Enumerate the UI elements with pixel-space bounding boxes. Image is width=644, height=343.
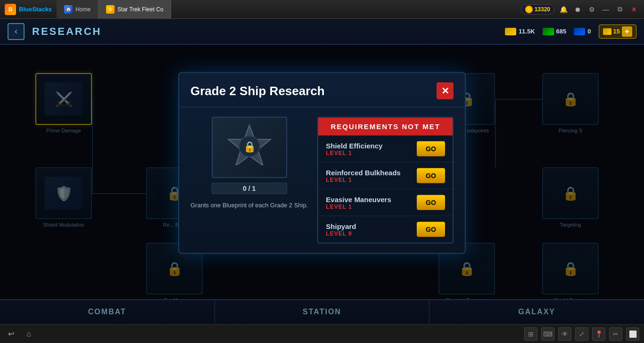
tab-galaxy-label: GALAXY bbox=[518, 308, 555, 316]
premium-plus-button[interactable]: + bbox=[622, 26, 632, 37]
taskbar-square-icon[interactable]: ⬜ bbox=[626, 327, 639, 341]
resource-blue-icon bbox=[574, 28, 585, 35]
premium-value: 15 bbox=[613, 28, 620, 35]
notification-btn[interactable]: 🔔 bbox=[558, 4, 569, 15]
modal-body: 🔒 0 / 1 Grants one Blueprint of each Gra… bbox=[179, 107, 465, 253]
research-grid: ⚔️ Prime Damage 🛡️ Shield Modulation 🔒 R… bbox=[0, 45, 644, 299]
close-btn[interactable]: ✕ bbox=[629, 4, 639, 15]
resource-green-value: 685 bbox=[556, 28, 567, 35]
research-header: ‹ RESEARCH 11.5K 685 0 15 + bbox=[0, 19, 644, 45]
settings-btn[interactable]: ⚙ bbox=[586, 4, 597, 15]
bs-text: BlueStacks bbox=[19, 6, 52, 13]
req-info-1: Reinforced Bulkheads LEVEL 1 bbox=[326, 168, 400, 183]
bottom-tabs: COMBAT STATION GALAXY bbox=[0, 299, 644, 324]
go-button-3[interactable]: GO bbox=[417, 222, 445, 237]
modal-header: Grade 2 Ship Research ✕ bbox=[179, 73, 465, 107]
bluestacks-logo: B BlueStacks bbox=[0, 4, 57, 15]
tab-galaxy[interactable]: GALAXY bbox=[429, 300, 644, 324]
taskbar-location-icon[interactable]: 📍 bbox=[592, 327, 605, 341]
tab-game[interactable]: ⭐ Star Trek Fleet Co bbox=[99, 0, 171, 19]
go-button-2[interactable]: GO bbox=[417, 195, 445, 210]
taskbar-scissors-icon[interactable]: ✂ bbox=[609, 327, 622, 341]
game-tab-icon: ⭐ bbox=[106, 5, 115, 14]
req-name-3: Shipyard bbox=[326, 222, 356, 230]
requirement-row-0: Shield Efficiency LEVEL 1 GO bbox=[318, 136, 453, 163]
tab-station[interactable]: STATION bbox=[215, 300, 430, 324]
req-name-2: Evasive Maneuvers bbox=[326, 195, 391, 203]
taskbar-input-icon[interactable]: ⌨ bbox=[541, 327, 554, 341]
go-button-0[interactable]: GO bbox=[417, 141, 445, 156]
modal-close-button[interactable]: ✕ bbox=[437, 82, 454, 99]
home-tab-icon: 🏠 bbox=[64, 5, 73, 14]
taskbar-eye-icon[interactable]: 👁 bbox=[558, 327, 571, 341]
restore-btn[interactable]: ⧉ bbox=[615, 4, 625, 15]
coin-icon bbox=[525, 6, 533, 13]
resource-yellow-value: 11.5K bbox=[519, 28, 535, 35]
record-btn[interactable]: ⏺ bbox=[572, 4, 583, 15]
titlebar-controls: 13320 🔔 ⏺ ⚙ — ⧉ ✕ bbox=[521, 4, 644, 15]
resource-yellow: 11.5K bbox=[505, 28, 535, 35]
req-info-3: Shipyard LEVEL 9 bbox=[326, 222, 356, 237]
minimize-btn[interactable]: — bbox=[601, 4, 611, 15]
requirement-row-2: Evasive Maneuvers LEVEL 1 GO bbox=[318, 189, 453, 216]
home-nav-icon[interactable]: ⌂ bbox=[23, 328, 35, 340]
tab-combat[interactable]: COMBAT bbox=[0, 300, 215, 324]
taskbar-right: ⊞ ⌨ 👁 ⤢ 📍 ✂ ⬜ bbox=[524, 327, 639, 341]
research-svg-icon: 🔒 bbox=[226, 123, 273, 165]
research-title: RESEARCH bbox=[32, 25, 101, 38]
req-info-2: Evasive Maneuvers LEVEL 1 bbox=[326, 195, 391, 210]
resource-blue-value: 0 bbox=[587, 28, 591, 35]
progress-bar: 0 / 1 bbox=[212, 183, 287, 194]
svg-text:🔒: 🔒 bbox=[243, 140, 256, 153]
req-level-3: LEVEL 9 bbox=[326, 230, 356, 237]
bs-icon: B bbox=[5, 4, 16, 15]
tab-combat-label: COMBAT bbox=[88, 308, 126, 316]
research-icon-box: 🔒 bbox=[212, 117, 287, 178]
modal-title: Grade 2 Ship Research bbox=[190, 83, 325, 98]
req-name-1: Reinforced Bulkheads bbox=[326, 168, 400, 176]
req-info-0: Shield Efficiency LEVEL 1 bbox=[326, 141, 382, 156]
premium-icon bbox=[603, 28, 611, 35]
back-button[interactable]: ‹ bbox=[8, 23, 25, 40]
taskbar-keyboard-icon[interactable]: ⊞ bbox=[524, 327, 537, 341]
coins-display: 13320 bbox=[521, 4, 554, 15]
modal-left-panel: 🔒 0 / 1 Grants one Blueprint of each Gra… bbox=[190, 117, 308, 244]
modal-description: Grants one Blueprint of each Grade 2 Shi… bbox=[190, 201, 308, 210]
requirement-row-3: Shipyard LEVEL 9 GO bbox=[318, 216, 453, 243]
titlebar: B BlueStacks 🏠 Home ⭐ Star Trek Fleet Co… bbox=[0, 0, 644, 19]
research-icon: 🔒 bbox=[226, 123, 273, 172]
req-name-0: Shield Efficiency bbox=[326, 141, 382, 149]
game-area: ‹ RESEARCH 11.5K 685 0 15 + bbox=[0, 19, 644, 324]
requirement-row-1: Reinforced Bulkheads LEVEL 1 GO bbox=[318, 163, 453, 189]
research-modal: Grade 2 Ship Research ✕ 🔒 bbox=[178, 72, 466, 254]
resource-blue: 0 bbox=[574, 28, 591, 35]
coins-value: 13320 bbox=[535, 6, 550, 13]
tab-station-label: STATION bbox=[303, 308, 341, 316]
resource-yellow-icon bbox=[505, 28, 516, 35]
taskbar-left: ↩ ⌂ bbox=[5, 328, 35, 340]
tab-bar: 🏠 Home ⭐ Star Trek Fleet Co bbox=[57, 0, 521, 19]
system-taskbar: ↩ ⌂ ⊞ ⌨ 👁 ⤢ 📍 ✂ ⬜ bbox=[0, 324, 644, 343]
requirements-header: REQUIREMENTS NOT MET bbox=[318, 118, 453, 136]
tab-game-label: Star Trek Fleet Co bbox=[117, 6, 163, 13]
req-level-0: LEVEL 1 bbox=[326, 149, 382, 156]
resource-green-icon bbox=[543, 28, 554, 35]
requirements-box: REQUIREMENTS NOT MET Shield Efficiency L… bbox=[317, 117, 454, 244]
tab-home[interactable]: 🏠 Home bbox=[57, 0, 99, 19]
req-level-1: LEVEL 1 bbox=[326, 176, 400, 183]
go-button-1[interactable]: GO bbox=[417, 168, 445, 183]
req-level-2: LEVEL 1 bbox=[326, 203, 391, 210]
tab-home-label: Home bbox=[75, 6, 91, 13]
taskbar-resize-icon[interactable]: ⤢ bbox=[575, 327, 588, 341]
progress-text: 0 / 1 bbox=[243, 185, 256, 192]
modal-right-panel: REQUIREMENTS NOT MET Shield Efficiency L… bbox=[317, 117, 454, 244]
header-resources: 11.5K 685 0 15 + bbox=[505, 24, 636, 39]
resource-green: 685 bbox=[543, 28, 567, 35]
requirements-header-text: REQUIREMENTS NOT MET bbox=[330, 122, 440, 131]
back-nav-icon[interactable]: ↩ bbox=[5, 328, 17, 340]
premium-display: 15 + bbox=[599, 24, 636, 39]
